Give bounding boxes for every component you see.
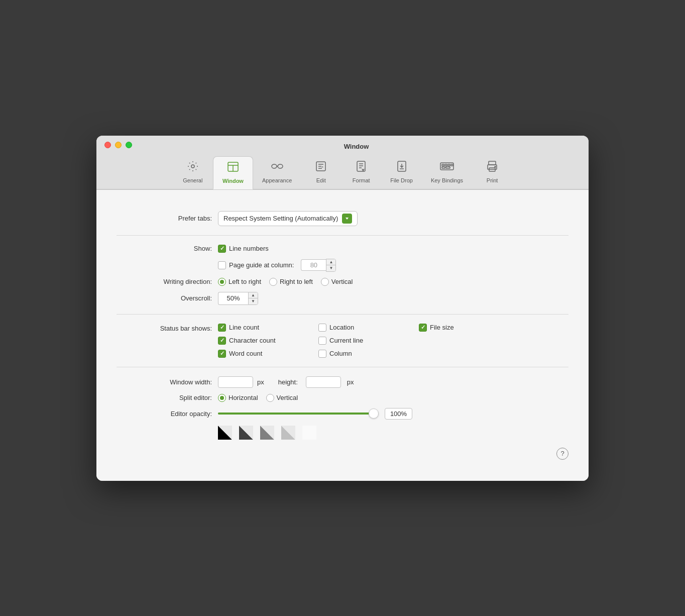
zoom-button[interactable] (126, 142, 132, 148)
split-horizontal[interactable]: Horizontal (218, 394, 258, 402)
page-guide-checkbox[interactable] (218, 261, 226, 269)
writing-direction-label: Writing direction: (117, 278, 212, 285)
svg-point-28 (495, 166, 496, 167)
tab-format-label: Format (353, 177, 370, 183)
minimize-button[interactable] (115, 142, 122, 148)
split-editor-group: Horizontal Vertical (218, 394, 298, 402)
page-guide-input[interactable] (301, 259, 326, 271)
window-size-inputs: px height: px (218, 376, 354, 388)
tab-window[interactable]: Window (213, 156, 253, 189)
window-width-label: Window width: (117, 378, 212, 386)
tab-format[interactable]: Format (341, 156, 381, 189)
show-row: Show: Line numbers (117, 245, 568, 253)
file-size-checkbox[interactable] (419, 324, 427, 332)
split-vertical-label: Vertical (277, 394, 298, 401)
page-guide-label: Page guide at column: (229, 261, 294, 269)
line-count-checkbox[interactable] (218, 324, 226, 332)
show-label: Show: (117, 245, 212, 252)
tab-window-label: Window (222, 178, 244, 184)
column-label: Column (329, 350, 352, 357)
writing-direction-group: Left to right Right to left Vertical (218, 278, 353, 286)
swatch-white[interactable] (302, 426, 316, 440)
horizontal-label: Horizontal (229, 394, 258, 401)
file-size-label: File size (430, 324, 454, 331)
corner-swatches (218, 426, 568, 440)
tab-appearance-label: Appearance (262, 177, 292, 183)
overscroll-stepper[interactable]: ▲ ▼ (218, 292, 258, 305)
horizontal-radio[interactable] (218, 394, 226, 402)
prefer-tabs-dropdown[interactable]: Respect System Setting (Automatically) (218, 211, 358, 226)
opacity-value-input[interactable] (385, 408, 412, 420)
keybindings-icon (439, 160, 454, 175)
overscroll-decrement[interactable]: ▼ (249, 298, 258, 304)
prefer-tabs-label: Prefer tabs: (117, 215, 212, 222)
opacity-slider-track[interactable] (218, 413, 379, 415)
ltr-radio[interactable] (218, 278, 226, 286)
svg-rect-25 (489, 161, 496, 165)
svg-rect-18 (440, 163, 453, 170)
opacity-row: Editor opacity: (117, 408, 568, 420)
overscroll-increment[interactable]: ▲ (249, 292, 258, 298)
swatch-dark[interactable] (239, 426, 253, 440)
swatch-medium[interactable] (260, 426, 274, 440)
close-button[interactable] (104, 142, 111, 148)
general-icon (187, 160, 199, 175)
overscroll-input[interactable] (218, 292, 248, 305)
swatch-black-full[interactable] (218, 426, 232, 440)
page-guide-stepper-buttons[interactable]: ▲ ▼ (326, 259, 336, 272)
overscroll-stepper-buttons[interactable]: ▲ ▼ (248, 292, 258, 305)
edit-icon (315, 160, 327, 175)
window-title: Window (344, 143, 369, 150)
writing-direction-rtl[interactable]: Right to left (269, 278, 313, 286)
tab-print[interactable]: Print (472, 156, 512, 189)
current-line-row: Current line (318, 337, 419, 345)
opacity-slider-thumb[interactable] (369, 408, 379, 419)
prefer-tabs-row: Prefer tabs: Respect System Setting (Aut… (117, 211, 568, 226)
vertical-label: Vertical (331, 278, 353, 285)
column-checkbox[interactable] (318, 350, 326, 358)
svg-point-4 (272, 164, 277, 168)
opacity-slider-container (218, 408, 412, 420)
current-line-checkbox[interactable] (318, 337, 326, 345)
writing-direction-ltr[interactable]: Left to right (218, 278, 261, 286)
file-size-row: File size (419, 324, 509, 332)
help-button[interactable]: ? (556, 448, 568, 460)
current-line-label: Current line (329, 337, 363, 344)
page-guide-checkbox-row: Page guide at column: ▲ ▼ (218, 259, 336, 272)
swatch-light[interactable] (281, 426, 295, 440)
line-numbers-checkbox[interactable] (218, 245, 226, 253)
traffic-lights (104, 142, 132, 148)
tab-keybindings-label: Key Bindings (431, 177, 463, 183)
line-numbers-label: Line numbers (229, 245, 269, 252)
svg-rect-20 (445, 164, 447, 166)
page-guide-increment[interactable]: ▲ (326, 259, 335, 265)
tab-keybindings[interactable]: Key Bindings (422, 156, 472, 189)
height-px: px (347, 378, 354, 386)
window-settings-section: Window width: px height: px Split editor… (117, 367, 568, 469)
rtl-radio[interactable] (269, 278, 277, 286)
split-vertical-radio[interactable] (266, 394, 274, 402)
window-width-input[interactable] (218, 376, 253, 388)
location-checkbox[interactable] (318, 324, 326, 332)
page-guide-decrement[interactable]: ▼ (326, 265, 335, 271)
tab-general[interactable]: General (173, 156, 213, 189)
line-count-row: Line count (218, 324, 318, 332)
word-count-checkbox[interactable] (218, 350, 226, 358)
char-count-checkbox[interactable] (218, 337, 226, 345)
tab-edit[interactable]: Edit (301, 156, 341, 189)
ltr-label: Left to right (229, 278, 261, 285)
page-guide-stepper[interactable]: ▲ ▼ (301, 259, 336, 272)
opacity-label: Editor opacity: (117, 410, 212, 418)
split-vertical[interactable]: Vertical (266, 394, 298, 402)
tab-appearance[interactable]: Appearance (253, 156, 301, 189)
height-label-text: height: (278, 378, 298, 386)
width-px: px (257, 378, 264, 386)
tab-filedrop-label: File Drop (390, 177, 413, 183)
svg-point-0 (191, 165, 194, 168)
vertical-radio[interactable] (321, 278, 329, 286)
window-height-input[interactable] (306, 376, 341, 388)
char-count-label: Character count (229, 337, 276, 344)
display-section: Show: Line numbers Page guide at column:… (117, 236, 568, 315)
writing-direction-vertical[interactable]: Vertical (321, 278, 353, 286)
tab-filedrop[interactable]: File Drop (381, 156, 422, 189)
